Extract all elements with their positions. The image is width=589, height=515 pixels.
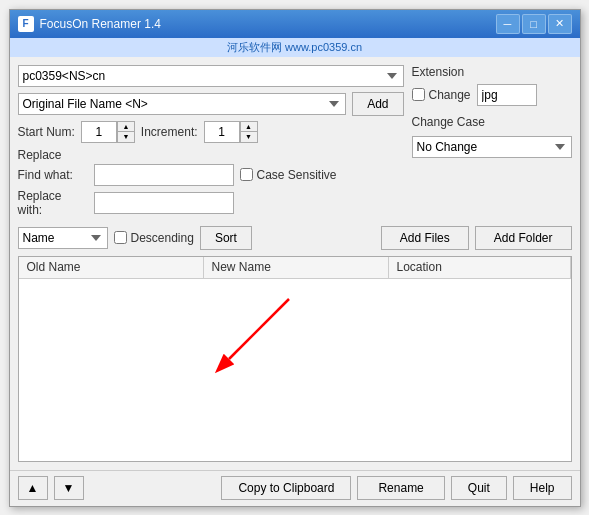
replace-label: Replace with: — [18, 189, 88, 217]
window-controls: ─ □ ✕ — [496, 14, 572, 34]
descending-checkbox[interactable] — [114, 231, 127, 244]
left-panel: pc0359<NS>cn Original File Name <N> Add … — [18, 65, 404, 220]
case-sensitive-text: Case Sensitive — [257, 168, 337, 182]
main-window: F FocusOn Renamer 1.4 ─ □ ✕ 河乐软件网 www.pc… — [9, 9, 581, 507]
bottom-bar: ▲ ▼ Copy to Clipboard Rename Quit Help — [10, 470, 580, 506]
format-row: Original File Name <N> Add — [18, 92, 404, 116]
num-row: Start Num: ▲ ▼ Increment: ▲ ▼ — [18, 121, 404, 143]
file-list-body — [19, 279, 571, 461]
replace-section-label: Replace — [18, 148, 404, 162]
col-location: Location — [389, 257, 571, 278]
increment-arrows: ▲ ▼ — [240, 121, 258, 143]
change-case-select[interactable]: No Change — [412, 136, 572, 158]
start-num-spinner: ▲ ▼ — [81, 121, 135, 143]
increment-label: Increment: — [141, 125, 198, 139]
file-list: Old Name New Name Location — [18, 256, 572, 462]
start-num-input[interactable] — [81, 121, 117, 143]
add-files-button[interactable]: Add Files — [381, 226, 469, 250]
ext-input[interactable] — [477, 84, 537, 106]
change-ext-label[interactable]: Change — [412, 88, 471, 102]
add-button[interactable]: Add — [352, 92, 403, 116]
ext-row: Change — [412, 84, 572, 106]
replace-section: Replace Find what: Case Sensitive Replac… — [18, 148, 404, 220]
increment-up[interactable]: ▲ — [241, 122, 257, 132]
case-sensitive-label[interactable]: Case Sensitive — [240, 168, 337, 182]
watermark-text: 河乐软件网 www.pc0359.cn — [227, 41, 362, 53]
case-sensitive-checkbox[interactable] — [240, 168, 253, 181]
descending-text: Descending — [131, 231, 194, 245]
start-num-arrows: ▲ ▼ — [117, 121, 135, 143]
file-list-header: Old Name New Name Location — [19, 257, 571, 279]
quit-button[interactable]: Quit — [451, 476, 507, 500]
app-icon: F — [18, 16, 34, 32]
replace-input[interactable] — [94, 192, 234, 214]
find-row: Find what: Case Sensitive — [18, 164, 404, 186]
start-num-label: Start Num: — [18, 125, 75, 139]
add-folder-button[interactable]: Add Folder — [475, 226, 572, 250]
pattern-select[interactable]: pc0359<NS>cn — [18, 65, 404, 87]
close-button[interactable]: ✕ — [548, 14, 572, 34]
move-up-button[interactable]: ▲ — [18, 476, 48, 500]
change-ext-checkbox[interactable] — [412, 88, 425, 101]
main-content: pc0359<NS>cn Original File Name <N> Add … — [10, 57, 580, 470]
window-title: FocusOn Renamer 1.4 — [40, 17, 496, 31]
sort-by-select[interactable]: Name — [18, 227, 108, 249]
start-num-down[interactable]: ▼ — [118, 132, 134, 142]
change-case-label: Change Case — [412, 115, 572, 129]
move-down-button[interactable]: ▼ — [54, 476, 84, 500]
col-new-name: New Name — [204, 257, 389, 278]
right-panel: Extension Change Change Case No Change — [412, 65, 572, 220]
descending-label[interactable]: Descending — [114, 231, 194, 245]
svg-line-1 — [229, 299, 289, 359]
red-arrow-annotation — [209, 289, 329, 389]
ext-header: Extension — [412, 65, 572, 79]
watermark-bar: 河乐软件网 www.pc0359.cn — [10, 38, 580, 57]
minimize-button[interactable]: ─ — [496, 14, 520, 34]
copy-clipboard-button[interactable]: Copy to Clipboard — [221, 476, 351, 500]
increment-down[interactable]: ▼ — [241, 132, 257, 142]
change-ext-text: Change — [429, 88, 471, 102]
titlebar: F FocusOn Renamer 1.4 ─ □ ✕ — [10, 10, 580, 38]
col-old-name: Old Name — [19, 257, 204, 278]
maximize-button[interactable]: □ — [522, 14, 546, 34]
sort-button[interactable]: Sort — [200, 226, 252, 250]
increment-spinner: ▲ ▼ — [204, 121, 258, 143]
increment-input[interactable] — [204, 121, 240, 143]
replace-row: Replace with: — [18, 189, 404, 217]
rename-button[interactable]: Rename — [357, 476, 444, 500]
find-label: Find what: — [18, 168, 88, 182]
find-input[interactable] — [94, 164, 234, 186]
format-select[interactable]: Original File Name <N> — [18, 93, 347, 115]
start-num-up[interactable]: ▲ — [118, 122, 134, 132]
top-section: pc0359<NS>cn Original File Name <N> Add … — [18, 65, 572, 220]
toolbar-row: Name Descending Sort Add Files Add Folde… — [18, 226, 572, 250]
help-button[interactable]: Help — [513, 476, 572, 500]
